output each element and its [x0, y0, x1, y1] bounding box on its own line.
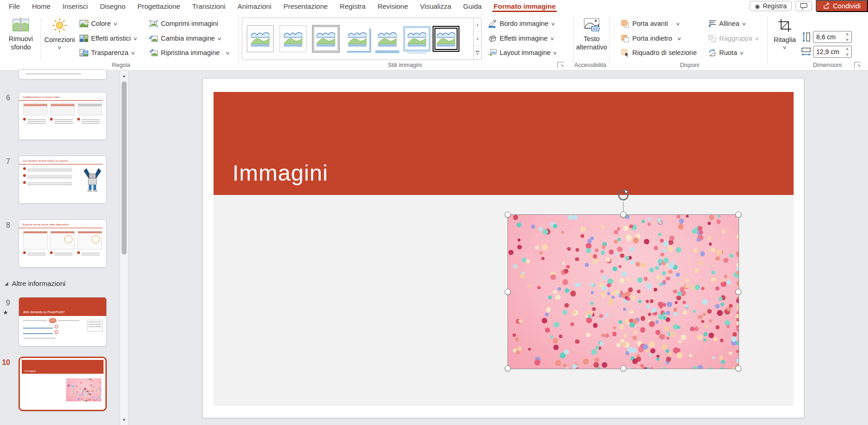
gallery-scroll-up[interactable]: ∧	[474, 18, 481, 31]
spinner-up-icon[interactable]: ∧	[843, 32, 851, 37]
height-input[interactable]	[816, 31, 842, 42]
allinea-button[interactable]: Allinea ∨	[706, 18, 747, 30]
menu-tab-inserisci[interactable]: Inserisci	[56, 0, 94, 12]
testo-alternativo-button[interactable]: Testo alternativo	[575, 14, 608, 61]
scrollbar-down-icon[interactable]: ▼	[120, 418, 128, 422]
text-line	[23, 320, 47, 321]
text-line	[81, 123, 100, 124]
width-input[interactable]	[816, 46, 842, 57]
selection-handle-5[interactable]	[505, 365, 511, 371]
cambia-immagine-button[interactable]: Cambia immagine ∨	[147, 32, 223, 44]
shape-height-icon	[801, 32, 811, 42]
slide-title-text[interactable]: Immagini	[232, 160, 328, 186]
confetti-dot	[625, 291, 631, 297]
confetti-dot	[88, 396, 90, 397]
menu-tab-presentazione[interactable]: Presentazione	[277, 0, 334, 12]
width-spinner[interactable]: ∧∨	[844, 47, 850, 57]
confetti-dot	[697, 334, 703, 340]
gallery-more-button[interactable]: ∨	[474, 46, 481, 60]
confetti-dot	[693, 366, 697, 369]
confetti-dot	[666, 302, 672, 307]
registra-button[interactable]: ◉ Registra	[750, 1, 792, 11]
menu-tab-file[interactable]: File	[3, 0, 26, 12]
menu-tab-revisione[interactable]: Revisione	[372, 0, 414, 12]
scrollbar-up-icon[interactable]: ▲	[120, 73, 128, 78]
selection-handle-6[interactable]	[620, 365, 626, 371]
slide-thumbnail-partial[interactable]	[18, 69, 107, 79]
confetti-dot	[553, 290, 556, 294]
rotate-handle-icon[interactable]	[617, 189, 630, 201]
trasparenza-button[interactable]: Trasparenza ∨	[78, 47, 136, 59]
section-header-altre-informazioni[interactable]: ◢Altre informazioni	[5, 279, 66, 287]
ruota-button[interactable]: Ruota ∨	[706, 47, 745, 59]
riquadro-selezione-button[interactable]: Riquadro di selezione	[619, 47, 698, 59]
section-label: Altre informazioni	[12, 279, 66, 287]
confetti-dot	[557, 287, 561, 291]
condividi-button[interactable]: Condividi	[816, 0, 868, 12]
slide-thumbnail-6[interactable]: Collaborazione in tempo reale	[18, 92, 107, 140]
spinner-up-icon[interactable]: ∧	[843, 47, 851, 52]
comments-button[interactable]	[795, 1, 812, 11]
spinner-down-icon[interactable]: ∨	[843, 37, 851, 42]
colore-button[interactable]: Colore ∨	[78, 18, 119, 30]
ripristina-immagine-label: Ripristina immagine	[161, 49, 220, 56]
menu-tab-home[interactable]: Home	[26, 0, 56, 12]
group-divider	[573, 15, 574, 65]
ritaglia-button[interactable]: Ritaglia ∨	[771, 14, 799, 61]
comprimi-immagini-button[interactable]: Comprimi immagini	[147, 18, 220, 30]
confetti-dot	[607, 283, 611, 287]
effetti-immagine-button[interactable]: Effetti immagine ∨	[486, 32, 556, 44]
selection-handle-3[interactable]	[505, 289, 511, 295]
menu-tab-visualizza[interactable]: Visualizza	[414, 0, 457, 12]
menu-tab-disegno[interactable]: Disegno	[94, 0, 131, 12]
confetti-dot	[736, 299, 739, 303]
chevron-down-icon: ∨	[739, 50, 744, 55]
confetti-dot	[729, 352, 732, 355]
layout-immagine-button[interactable]: Layout immagine ∨	[486, 47, 559, 59]
picture-style-glow-reflection[interactable]	[405, 28, 428, 49]
menu-tab-transizioni[interactable]: Transizioni	[186, 0, 232, 12]
stili-dialog-launcher[interactable]: ↘	[557, 62, 564, 68]
picture-style-frame-metal[interactable]	[312, 25, 339, 52]
selection-handle-7[interactable]	[735, 365, 741, 371]
gallery-scroll-down[interactable]: ∨	[474, 31, 481, 45]
correzioni-button[interactable]: Correzioni ∨	[44, 14, 75, 61]
picture-style-frame-white[interactable]	[280, 25, 306, 52]
raggruppa-button[interactable]: Raggruppa ∨	[706, 32, 760, 44]
slides-scrollbar[interactable]: ▲ ▼	[120, 71, 128, 425]
porta-avanti-button[interactable]: Porta avanti ∨	[619, 18, 682, 30]
picture-style-frame-light[interactable]	[247, 25, 274, 52]
confetti-dot	[600, 270, 604, 273]
dimensioni-dialog-launcher[interactable]: ↘	[854, 62, 861, 68]
rimuovi-sfondo-button[interactable]: Rimuovi sfondo	[5, 14, 37, 61]
picture-style-shadow-center[interactable]	[375, 27, 399, 50]
selection-handle-2[interactable]	[735, 212, 741, 218]
bordo-immagine-button[interactable]: Bordo immagine ∨	[486, 18, 556, 30]
slide-thumbnail-8[interactable]: Esplora senza uscire dalle diapositive	[18, 219, 107, 267]
selection-handle-0[interactable]	[505, 212, 511, 218]
selection-handle-1[interactable]	[620, 212, 626, 218]
effetti-artistici-button[interactable]: Effetti artistici ∨	[78, 32, 139, 44]
menu-tab-progettazione[interactable]: Progettazione	[131, 0, 186, 12]
menu-tab-registra[interactable]: Registra	[334, 0, 372, 12]
scrollbar-thumb[interactable]	[122, 81, 127, 255]
slide-thumbnail-7[interactable]: Con Aiutami diventi subito un esperto	[18, 156, 107, 204]
menu-tab-formato-immagine[interactable]: Formato immagine	[488, 0, 562, 12]
ripristina-immagine-button[interactable]: Ripristina immagine ∨	[147, 47, 232, 59]
porta-indietro-button[interactable]: Porta indietro ∨	[619, 32, 683, 44]
menu-tab-guida[interactable]: Guida	[457, 0, 488, 12]
selected-picture[interactable]	[508, 215, 739, 369]
picture-style-frame-black-double[interactable]	[434, 28, 458, 50]
slide-thumbnail-9[interactable]: Altre domande su PowerPoint?____________…	[18, 297, 107, 346]
confetti-dot	[698, 261, 703, 265]
effetti-immagine-label: Effetti immagine	[500, 35, 548, 42]
confetti-dot	[545, 313, 549, 316]
slide-thumbnail-10[interactable]: Immagini	[18, 357, 107, 411]
section-collapse-icon[interactable]: ◢	[5, 281, 8, 286]
height-spinner[interactable]: ∧∨	[844, 32, 850, 42]
confetti-dot	[642, 344, 648, 349]
menu-tab-animazioni[interactable]: Animazioni	[232, 0, 277, 12]
selection-handle-4[interactable]	[735, 289, 741, 295]
picture-style-shadow-offset[interactable]	[345, 27, 369, 51]
spinner-down-icon[interactable]: ∨	[843, 52, 851, 57]
